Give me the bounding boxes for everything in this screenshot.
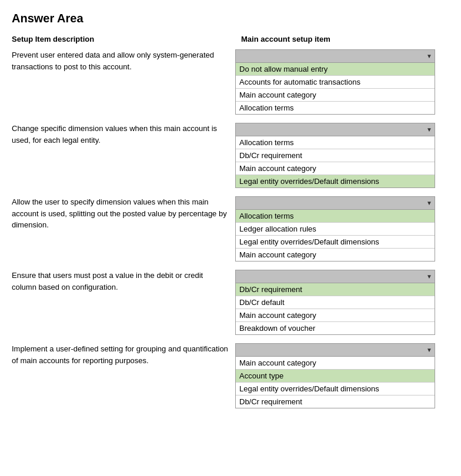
description-1: Change specific dimension values when th… — [12, 123, 235, 146]
dropdown-item-1-3[interactable]: Legal entity overrides/Default dimension… — [236, 175, 435, 187]
description-4: Implement a user-defined setting for gro… — [12, 343, 235, 366]
qa-row-4: Implement a user-defined setting for gro… — [12, 343, 449, 408]
chevron-down-icon: ▼ — [426, 53, 432, 59]
dropdown-3[interactable]: ▼Db/Cr requirementDb/Cr defaultMain acco… — [235, 270, 435, 335]
page-title: Answer Area — [12, 12, 449, 25]
dropdown-1[interactable]: ▼Allocation termsDb/Cr requirementMain a… — [235, 123, 435, 188]
dropdown-item-0-0[interactable]: Do not allow manual entry — [236, 63, 435, 76]
chevron-down-icon: ▼ — [426, 126, 432, 133]
dropdown-item-2-3[interactable]: Main account category — [236, 249, 435, 261]
dropdown-item-2-2[interactable]: Legal entity overrides/Default dimension… — [236, 236, 435, 249]
dropdown-item-4-2[interactable]: Legal entity overrides/Default dimension… — [236, 383, 435, 395]
dropdown-item-1-2[interactable]: Main account category — [236, 162, 435, 175]
description-3: Ensure that users must post a value in t… — [12, 270, 235, 293]
dropdown-item-1-0[interactable]: Allocation terms — [236, 136, 435, 149]
dropdown-item-0-1[interactable]: Accounts for automatic transactions — [236, 76, 435, 89]
dropdown-item-1-1[interactable]: Db/Cr requirement — [236, 149, 435, 162]
chevron-down-icon: ▼ — [426, 273, 432, 280]
table-header: Setup Item description Main account setu… — [12, 35, 449, 43]
description-0: Prevent user entered data and allow only… — [12, 49, 235, 72]
col-right-header: Main account setup item — [235, 35, 435, 43]
dropdown-item-3-2[interactable]: Main account category — [236, 309, 435, 322]
col-left-header: Setup Item description — [12, 35, 235, 43]
dropdown-item-3-0[interactable]: Db/Cr requirement — [236, 283, 435, 296]
dropdown-item-3-3[interactable]: Breakdown of voucher — [236, 322, 435, 334]
dropdown-0[interactable]: ▼Do not allow manual entryAccounts for a… — [235, 49, 435, 115]
dropdown-header-0[interactable]: ▼ — [236, 50, 435, 63]
dropdown-4[interactable]: ▼Main account categoryAccount typeLegal … — [235, 343, 435, 408]
dropdown-item-0-2[interactable]: Main account category — [236, 89, 435, 102]
dropdown-header-4[interactable]: ▼ — [236, 344, 435, 357]
description-2: Allow the user to specify dimension valu… — [12, 196, 235, 231]
qa-row-2: Allow the user to specify dimension valu… — [12, 196, 449, 262]
dropdown-item-0-3[interactable]: Allocation terms — [236, 102, 435, 114]
dropdown-item-3-1[interactable]: Db/Cr default — [236, 296, 435, 309]
dropdown-item-4-0[interactable]: Main account category — [236, 357, 435, 370]
dropdown-header-3[interactable]: ▼ — [236, 270, 435, 283]
qa-row-3: Ensure that users must post a value in t… — [12, 270, 449, 335]
dropdown-item-2-1[interactable]: Ledger allocation rules — [236, 223, 435, 236]
dropdown-header-1[interactable]: ▼ — [236, 123, 435, 136]
dropdown-item-4-1[interactable]: Account type — [236, 370, 435, 383]
chevron-down-icon: ▼ — [426, 200, 432, 206]
qa-row-0: Prevent user entered data and allow only… — [12, 49, 449, 115]
qa-row-1: Change specific dimension values when th… — [12, 123, 449, 188]
dropdown-item-4-3[interactable]: Db/Cr requirement — [236, 395, 435, 408]
dropdown-2[interactable]: ▼Allocation termsLedger allocation rules… — [235, 196, 435, 262]
dropdown-header-2[interactable]: ▼ — [236, 197, 435, 210]
dropdown-item-2-0[interactable]: Allocation terms — [236, 210, 435, 223]
chevron-down-icon: ▼ — [426, 347, 432, 353]
